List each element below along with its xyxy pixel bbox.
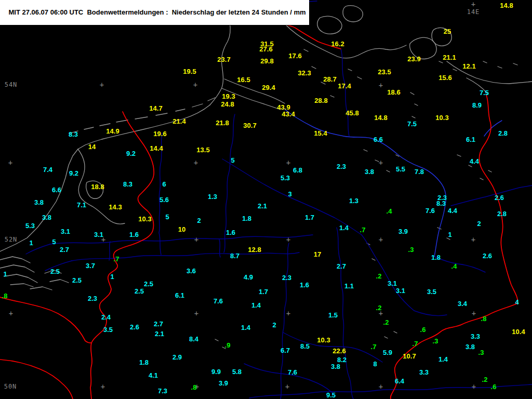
station-value: 3.8	[34, 198, 44, 206]
station-value: 6.7	[281, 347, 290, 354]
station-value: 2.1	[258, 202, 267, 210]
station-value: 1	[29, 239, 33, 247]
station-value: 7.5	[480, 89, 489, 97]
station-value: 1.8	[431, 254, 441, 261]
station-value: 3.8	[331, 363, 340, 370]
station-value: 19.5	[183, 68, 196, 75]
station-value: 2	[477, 220, 481, 228]
station-value: 6	[162, 180, 166, 188]
station-value: 8.4	[189, 335, 198, 343]
station-value: 3.1	[396, 287, 405, 295]
station-value: 3.3	[471, 332, 480, 340]
station-value: 13.5	[196, 146, 209, 154]
station-value: 7.5	[407, 120, 417, 128]
station-value: 15.4	[314, 129, 327, 137]
station-value: 1.8	[242, 215, 251, 222]
station-value: 1.6	[129, 231, 139, 238]
station-value: 5.3	[25, 222, 35, 230]
station-value: 19.6	[153, 130, 166, 138]
station-value: 3.1	[61, 228, 70, 235]
station-value: 2.8	[497, 210, 507, 218]
station-value: 3	[288, 190, 291, 198]
station-value: 1.1	[344, 282, 354, 290]
station-value: 22.6	[332, 347, 345, 355]
station-value: 16.2	[331, 40, 344, 48]
title-bar: MIT 27.06.07 06:00 UTC Bodenwettermeldun…	[0, 0, 309, 25]
station-value: 14.9	[106, 127, 119, 135]
station-value: .2	[376, 272, 382, 280]
station-value: 1.8	[139, 358, 149, 366]
station-value: 7.6	[425, 207, 435, 215]
station-value: 1.7	[305, 214, 314, 221]
station-value: 14.8	[374, 114, 387, 122]
station-value: 29.4	[262, 84, 275, 91]
station-value: 1.6	[300, 281, 309, 289]
station-value: 6.8	[293, 166, 302, 174]
station-value: 8.5	[300, 342, 310, 350]
station-value: 3.9	[398, 228, 408, 235]
station-value: 23.9	[407, 55, 420, 63]
station-value: 1.5	[328, 311, 338, 319]
station-value: .7	[360, 226, 366, 234]
station-value: 2.3	[88, 295, 97, 302]
station-value: .3	[433, 337, 438, 345]
station-value: 8.3	[436, 200, 446, 207]
station-value: 18.6	[387, 88, 400, 96]
station-value: 2.5	[72, 276, 82, 284]
station-value: 5.6	[159, 196, 169, 204]
station-value: 2.6	[495, 194, 504, 202]
station-value: 2.5	[144, 280, 153, 288]
station-value: 12.8	[248, 246, 261, 254]
station-value: 29.8	[260, 57, 273, 65]
station-value: 2.6	[130, 323, 139, 331]
station-value: 8.9	[472, 101, 482, 109]
station-value: 1	[110, 273, 114, 281]
station-value: 5.9	[383, 349, 392, 356]
station-value: 10.3	[435, 114, 448, 122]
map-title: MIT 27.06.07 06:00 UTC Bodenwettermeldun…	[8, 8, 305, 16]
station-value: 3.7	[86, 262, 95, 270]
station-value: 7.4	[43, 166, 52, 174]
station-value: 25	[444, 28, 451, 35]
station-value: 1.4	[251, 301, 261, 309]
station-value: 1	[3, 270, 7, 278]
station-value: 3.1	[388, 280, 397, 287]
station-value: 5	[231, 156, 234, 164]
station-value: 3.5	[427, 288, 436, 296]
station-value: 23.5	[378, 68, 391, 76]
station-value: .4	[451, 262, 457, 270]
station-value: 5.8	[232, 368, 242, 376]
station-value: 1.6	[226, 229, 235, 236]
station-value: 2.5	[50, 268, 60, 275]
station-value: 14.3	[109, 203, 122, 211]
station-value: 15.6	[438, 74, 451, 82]
station-value: 2	[197, 217, 201, 224]
station-value: 14.7	[149, 104, 162, 112]
station-value: 6.1	[175, 291, 184, 299]
station-value: 5.5	[396, 165, 405, 173]
station-value: 17.4	[338, 82, 351, 90]
station-value: 3.3	[419, 368, 429, 376]
station-value: 10.7	[403, 352, 416, 360]
station-value: 7.6	[288, 368, 297, 376]
station-value: 3.8	[365, 168, 374, 176]
station-value: 2.1	[155, 330, 164, 338]
station-value: 2.9	[172, 353, 182, 361]
station-value: 4.4	[448, 207, 457, 215]
station-value: .7	[114, 255, 119, 263]
station-value: 14	[88, 143, 96, 151]
station-value: 30.7	[243, 122, 256, 129]
station-value: 5.3	[281, 174, 290, 182]
station-value: 21.1	[443, 54, 456, 61]
station-value: .7	[413, 340, 418, 348]
station-value: 3.9	[219, 379, 228, 387]
station-value: 45.8	[345, 109, 358, 117]
station-value: 43.4	[282, 110, 295, 118]
station-value: 2.8	[498, 129, 508, 137]
station-value: 3.8	[42, 214, 51, 221]
station-value: 1	[448, 231, 451, 238]
station-value: 4.9	[244, 273, 253, 281]
station-value: .8	[2, 292, 8, 300]
station-value: 19.3	[222, 92, 235, 100]
station-value: 2	[272, 321, 276, 329]
